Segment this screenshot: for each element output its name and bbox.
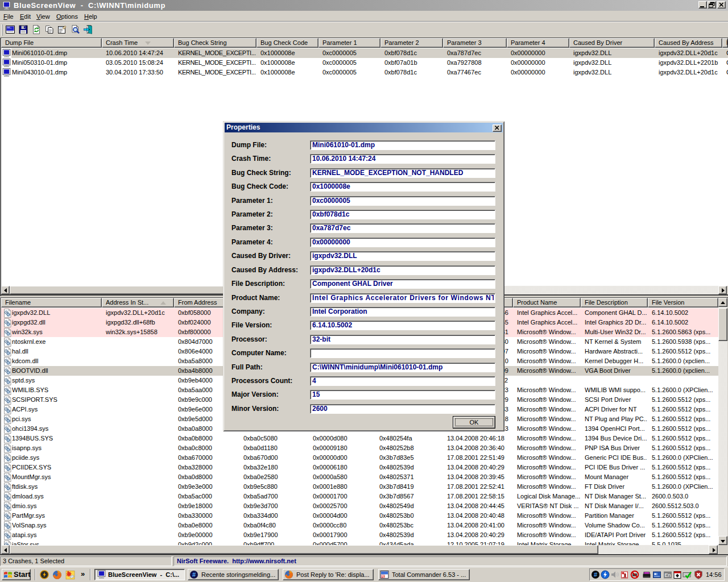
svg-text:PE: PE	[381, 575, 384, 578]
svg-text:#: #	[192, 571, 196, 578]
svg-text:#: #	[594, 571, 597, 578]
svg-text:En: En	[664, 572, 671, 578]
